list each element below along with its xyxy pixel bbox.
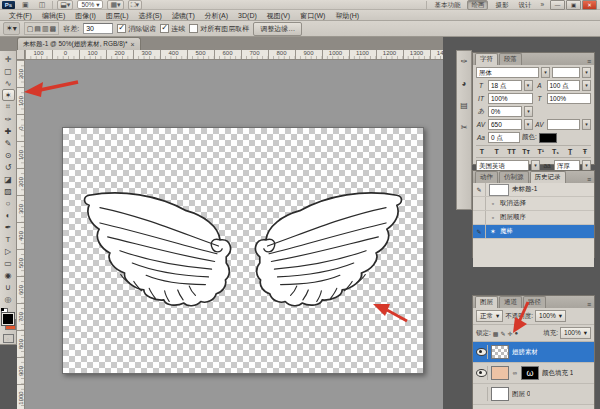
foreground-color-swatch[interactable]	[2, 313, 14, 325]
panel-menu-icon[interactable]: ≡	[587, 176, 592, 183]
selection-new-icon[interactable]: ▢	[27, 25, 34, 33]
lock-icon[interactable]: ✎	[500, 330, 505, 337]
selection-add-icon[interactable]: ▤	[34, 25, 41, 33]
tool-preset-picker[interactable]: ✶▾	[3, 22, 20, 35]
document-tab[interactable]: 未标题-1 @ 50%(翅膀素材, RGB/8)* ×	[17, 37, 141, 50]
path-selection-tool[interactable]: ▷	[2, 245, 15, 257]
chevron-down-icon[interactable]: ▾	[582, 80, 591, 91]
kerning-input[interactable]	[547, 119, 581, 130]
hand-tool[interactable]: ∪	[2, 281, 15, 293]
layer-row-color-fill[interactable]: ∞ ω 颜色填充 1	[473, 363, 594, 384]
chevron-down-icon[interactable]: ▾	[541, 67, 550, 78]
marquee-tool[interactable]: ▢	[2, 65, 15, 77]
tab-history[interactable]: 历史记录	[530, 171, 566, 183]
tab-paths[interactable]: 路径	[523, 296, 546, 308]
blur-tool[interactable]: ○	[2, 197, 15, 209]
menu-item[interactable]: 分析(A)	[200, 10, 233, 21]
shape-tool[interactable]: ▭	[2, 257, 15, 269]
bridge-icon[interactable]: ▣	[19, 0, 32, 10]
screen-mode-icon[interactable]: ⛶▾	[128, 0, 142, 10]
type-tool[interactable]: T	[2, 233, 15, 245]
refine-edge-button[interactable]: 调整边缘…	[253, 22, 302, 36]
sample-all-layers-checkbox[interactable]: 对所有图层取样	[189, 24, 249, 34]
tab-character[interactable]: 字符	[475, 53, 498, 65]
history-snapshot-row[interactable]: ✎ 未标题-1	[473, 183, 594, 197]
type-style-button[interactable]: T	[491, 148, 503, 155]
selection-subtract-icon[interactable]: ▥	[42, 25, 49, 33]
tracking-input[interactable]: 650	[488, 119, 522, 130]
dodge-tool[interactable]: ◐	[2, 209, 15, 221]
eraser-tool[interactable]: ◪	[2, 173, 15, 185]
workspace-more-button[interactable]: »	[538, 1, 546, 8]
menu-item[interactable]: 滤镜(T)	[167, 10, 200, 21]
minimize-button[interactable]: —	[550, 0, 565, 10]
menu-item[interactable]: 帮助(H)	[330, 10, 364, 21]
layer-thumbnail[interactable]	[491, 387, 509, 401]
workspace-design-button[interactable]: 设计	[515, 1, 534, 9]
visibility-eye-icon[interactable]	[476, 369, 487, 377]
font-style-select[interactable]	[552, 67, 580, 78]
horizontal-ruler[interactable]: 1000100200300400500600700800900100011001…	[25, 50, 443, 60]
font-family-select[interactable]: 黑体	[476, 67, 539, 78]
zoom-level-control[interactable]: 50% ▾	[77, 0, 103, 9]
chevron-down-icon[interactable]: ▾	[582, 67, 591, 78]
type-style-button[interactable]: T₁	[550, 148, 562, 155]
tab-layers[interactable]: 图层	[475, 296, 498, 308]
tool-presets-icon[interactable]: ✂	[458, 121, 470, 133]
history-entry[interactable]: ▫ 图层顺序	[473, 211, 594, 225]
chevron-down-icon[interactable]: ▾	[524, 80, 533, 91]
type-style-button[interactable]: Ŧ	[579, 148, 591, 155]
type-style-button[interactable]: Ṯ	[564, 148, 576, 155]
menu-item[interactable]: 图层(L)	[101, 10, 134, 21]
healing-brush-tool[interactable]: ✚	[2, 125, 15, 137]
pen-tool[interactable]: ✒	[2, 221, 15, 233]
tab-channels[interactable]: 通道	[499, 296, 522, 308]
close-button[interactable]: ✕	[582, 0, 597, 10]
blend-mode-select[interactable]: 正常▾	[476, 310, 503, 322]
panel-menu-icon[interactable]: ≡	[587, 301, 592, 308]
proportional-spacing-input[interactable]: 0%	[488, 106, 522, 117]
fill-field[interactable]: 100%▾	[560, 327, 591, 339]
lock-icon[interactable]: ▩	[493, 330, 499, 337]
antialias-checkbox[interactable]: 消除锯齿	[117, 24, 156, 34]
history-entry[interactable]: ▫ 取消选择	[473, 197, 594, 211]
layer-thumbnail[interactable]	[491, 345, 509, 359]
chevron-down-icon[interactable]: ▾	[524, 119, 533, 130]
tab-clone-source[interactable]: 仿制源	[499, 171, 529, 183]
eyedropper-tool[interactable]: ✑	[2, 113, 15, 125]
selection-intersect-icon[interactable]: ▩	[50, 25, 57, 33]
brush-presets-icon[interactable]: ✑	[458, 55, 470, 67]
history-entry-selected[interactable]: ✎ ✶ 魔棒	[473, 225, 594, 239]
menu-item[interactable]: 编辑(E)	[37, 10, 70, 21]
type-style-button[interactable]: T¹	[535, 148, 547, 155]
type-style-button[interactable]: T	[476, 148, 488, 155]
tab-paragraph[interactable]: 段落	[499, 53, 522, 65]
gradient-tool[interactable]: ▨	[2, 185, 15, 197]
menu-item[interactable]: 文件(F)	[4, 10, 37, 21]
horizontal-scale-input[interactable]: 100%	[547, 93, 592, 104]
leading-input[interactable]: 100 点	[547, 80, 581, 91]
vertical-scale-input[interactable]: 100%	[488, 93, 533, 104]
layer-row-background[interactable]: 图层 0	[473, 384, 594, 405]
type-style-button[interactable]: TT	[505, 148, 517, 155]
history-brush-tool[interactable]: ↺	[2, 161, 15, 173]
font-size-input[interactable]: 18 点	[488, 80, 522, 91]
chevron-down-icon[interactable]: ▾	[582, 119, 591, 130]
arrange-documents-icon[interactable]: ▦▾	[107, 0, 123, 10]
brush-tool[interactable]: ✎	[2, 137, 15, 149]
text-color-swatch[interactable]	[539, 133, 557, 143]
zoom-tool[interactable]: ◎	[2, 293, 15, 305]
canvas[interactable]	[62, 127, 424, 374]
crop-tool[interactable]: ⌗	[2, 101, 15, 113]
layer-row-wings[interactable]: 翅膀素材	[473, 342, 594, 363]
visibility-eye-icon[interactable]	[476, 348, 487, 356]
magic-wand-tool[interactable]: ✶	[2, 89, 15, 101]
lock-icon[interactable]: ●	[515, 330, 519, 337]
tolerance-input[interactable]: 30	[83, 23, 113, 34]
lock-icon[interactable]: ✛	[508, 330, 513, 337]
menu-item[interactable]: 图像(I)	[70, 10, 101, 21]
menu-item[interactable]: 视图(V)	[262, 10, 295, 21]
workspace-photography-button[interactable]: 摄影	[492, 1, 511, 9]
workspace-painting-button[interactable]: 绘画	[467, 0, 488, 10]
layer-thumbnail[interactable]	[491, 366, 509, 380]
